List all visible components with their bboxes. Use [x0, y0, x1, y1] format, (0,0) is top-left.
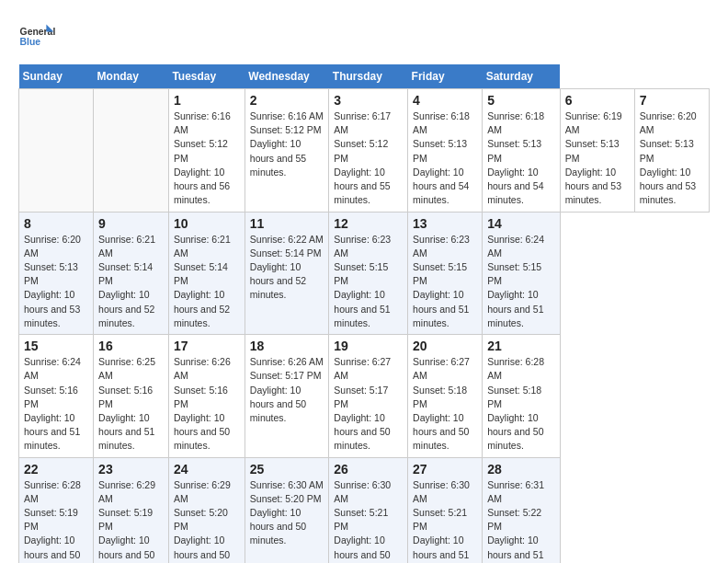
- calendar-cell: 21Sunrise: 6:28 AMSunset: 5:18 PMDayligh…: [483, 335, 561, 458]
- day-number: 21: [487, 339, 555, 353]
- day-number: 13: [413, 216, 477, 231]
- day-detail: Sunrise: 6:21 AMSunset: 5:14 PMDaylight:…: [174, 233, 240, 331]
- day-detail: Sunrise: 6:27 AMSunset: 5:17 PMDaylight:…: [334, 355, 403, 454]
- day-detail: Sunrise: 6:18 AMSunset: 5:13 PMDaylight:…: [487, 109, 555, 208]
- day-number: 1: [174, 93, 240, 108]
- calendar-week-row: 15Sunrise: 6:24 AMSunset: 5:16 PMDayligh…: [19, 335, 710, 458]
- day-detail: Sunrise: 6:16 AMSunset: 5:12 PMDaylight:…: [250, 109, 324, 179]
- calendar-cell: 23Sunrise: 6:29 AMSunset: 5:19 PMDayligh…: [94, 457, 169, 563]
- day-number: 19: [334, 339, 403, 353]
- day-detail: Sunrise: 6:28 AMSunset: 5:19 PMDaylight:…: [24, 478, 88, 563]
- day-detail: Sunrise: 6:26 AMSunset: 5:17 PMDaylight:…: [250, 355, 324, 425]
- calendar-cell: 19Sunrise: 6:27 AMSunset: 5:17 PMDayligh…: [329, 335, 408, 458]
- day-number: 27: [413, 462, 477, 477]
- calendar-cell: 18Sunrise: 6:26 AMSunset: 5:17 PMDayligh…: [245, 335, 329, 458]
- day-number: 6: [565, 93, 630, 108]
- day-number: 11: [250, 216, 324, 231]
- day-detail: Sunrise: 6:16 AMSunset: 5:12 PMDaylight:…: [174, 109, 240, 208]
- calendar-cell: 12Sunrise: 6:23 AMSunset: 5:15 PMDayligh…: [329, 212, 408, 335]
- day-detail: Sunrise: 6:23 AMSunset: 5:15 PMDaylight:…: [334, 233, 403, 331]
- day-number: 26: [334, 462, 403, 477]
- calendar-cell: 10Sunrise: 6:21 AMSunset: 5:14 PMDayligh…: [168, 212, 245, 335]
- day-detail: Sunrise: 6:29 AMSunset: 5:20 PMDaylight:…: [174, 478, 240, 563]
- calendar-cell: 28Sunrise: 6:31 AMSunset: 5:22 PMDayligh…: [483, 457, 561, 563]
- day-detail: Sunrise: 6:20 AMSunset: 5:13 PMDaylight:…: [24, 233, 88, 331]
- day-detail: Sunrise: 6:21 AMSunset: 5:14 PMDaylight:…: [98, 233, 164, 331]
- day-detail: Sunrise: 6:20 AMSunset: 5:13 PMDaylight:…: [640, 109, 704, 208]
- calendar-cell: 3Sunrise: 6:17 AMSunset: 5:12 PMDaylight…: [329, 89, 408, 213]
- day-number: 20: [413, 339, 477, 353]
- logo: General Blue: [18, 18, 55, 55]
- calendar-cell: 9Sunrise: 6:21 AMSunset: 5:14 PMDaylight…: [94, 212, 169, 335]
- day-detail: Sunrise: 6:29 AMSunset: 5:19 PMDaylight:…: [98, 478, 164, 563]
- calendar-week-row: 22Sunrise: 6:28 AMSunset: 5:19 PMDayligh…: [19, 457, 710, 563]
- day-number: 4: [413, 93, 477, 108]
- calendar-cell: 11Sunrise: 6:22 AMSunset: 5:14 PMDayligh…: [245, 212, 329, 335]
- calendar-cell: 14Sunrise: 6:24 AMSunset: 5:15 PMDayligh…: [483, 212, 561, 335]
- day-number: 2: [250, 93, 324, 108]
- calendar-cell: 16Sunrise: 6:25 AMSunset: 5:16 PMDayligh…: [94, 335, 169, 458]
- calendar-cell: 7Sunrise: 6:20 AMSunset: 5:13 PMDaylight…: [634, 89, 709, 213]
- calendar-cell: 1Sunrise: 6:16 AMSunset: 5:12 PMDaylight…: [168, 89, 245, 213]
- weekday-header: Saturday: [483, 64, 561, 89]
- calendar-week-row: 8Sunrise: 6:20 AMSunset: 5:13 PMDaylight…: [19, 212, 710, 335]
- calendar-cell: 22Sunrise: 6:28 AMSunset: 5:19 PMDayligh…: [19, 457, 94, 563]
- calendar-cell: [94, 89, 169, 213]
- day-number: 7: [640, 93, 704, 108]
- weekday-header: Sunday: [19, 64, 94, 89]
- calendar-cell: 26Sunrise: 6:30 AMSunset: 5:21 PMDayligh…: [329, 457, 408, 563]
- day-detail: Sunrise: 6:24 AMSunset: 5:15 PMDaylight:…: [487, 233, 555, 331]
- day-detail: Sunrise: 6:27 AMSunset: 5:18 PMDaylight:…: [413, 355, 477, 454]
- day-number: 14: [487, 216, 555, 231]
- day-number: 3: [334, 93, 403, 108]
- weekday-header: Friday: [408, 64, 483, 89]
- day-detail: Sunrise: 6:30 AMSunset: 5:21 PMDaylight:…: [413, 478, 477, 563]
- day-detail: Sunrise: 6:17 AMSunset: 5:12 PMDaylight:…: [334, 109, 403, 208]
- day-number: 25: [250, 462, 324, 477]
- day-detail: Sunrise: 6:26 AMSunset: 5:16 PMDaylight:…: [174, 355, 240, 454]
- day-number: 22: [24, 462, 88, 477]
- day-number: 5: [487, 93, 555, 108]
- day-number: 10: [174, 216, 240, 231]
- calendar-cell: 4Sunrise: 6:18 AMSunset: 5:13 PMDaylight…: [408, 89, 483, 213]
- day-detail: Sunrise: 6:22 AMSunset: 5:14 PMDaylight:…: [250, 233, 324, 303]
- calendar-table: SundayMondayTuesdayWednesdayThursdayFrid…: [18, 64, 710, 563]
- calendar-cell: 15Sunrise: 6:24 AMSunset: 5:16 PMDayligh…: [19, 335, 94, 458]
- calendar-cell: 24Sunrise: 6:29 AMSunset: 5:20 PMDayligh…: [168, 457, 245, 563]
- day-number: 8: [24, 216, 88, 231]
- day-number: 15: [24, 339, 88, 353]
- day-number: 17: [174, 339, 240, 353]
- day-detail: Sunrise: 6:23 AMSunset: 5:15 PMDaylight:…: [413, 233, 477, 331]
- calendar-cell: 27Sunrise: 6:30 AMSunset: 5:21 PMDayligh…: [408, 457, 483, 563]
- weekday-header: Tuesday: [168, 64, 245, 89]
- logo-icon: General Blue: [18, 18, 55, 55]
- calendar-cell: 6Sunrise: 6:19 AMSunset: 5:13 PMDaylight…: [560, 89, 634, 213]
- day-detail: Sunrise: 6:25 AMSunset: 5:16 PMDaylight:…: [98, 355, 164, 454]
- day-number: 24: [174, 462, 240, 477]
- calendar-cell: 2Sunrise: 6:16 AMSunset: 5:12 PMDaylight…: [245, 89, 329, 213]
- weekday-header: Wednesday: [245, 64, 329, 89]
- weekday-header: Monday: [94, 64, 169, 89]
- day-detail: Sunrise: 6:30 AMSunset: 5:21 PMDaylight:…: [334, 478, 403, 563]
- calendar-cell: 5Sunrise: 6:18 AMSunset: 5:13 PMDaylight…: [483, 89, 561, 213]
- calendar-cell: 8Sunrise: 6:20 AMSunset: 5:13 PMDaylight…: [19, 212, 94, 335]
- day-number: 12: [334, 216, 403, 231]
- day-number: 16: [98, 339, 164, 353]
- weekday-header: Thursday: [329, 64, 408, 89]
- calendar-cell: 17Sunrise: 6:26 AMSunset: 5:16 PMDayligh…: [168, 335, 245, 458]
- day-detail: Sunrise: 6:19 AMSunset: 5:13 PMDaylight:…: [565, 109, 630, 208]
- day-detail: Sunrise: 6:18 AMSunset: 5:13 PMDaylight:…: [413, 109, 477, 208]
- calendar-cell: 13Sunrise: 6:23 AMSunset: 5:15 PMDayligh…: [408, 212, 483, 335]
- calendar-cell: 20Sunrise: 6:27 AMSunset: 5:18 PMDayligh…: [408, 335, 483, 458]
- calendar-cell: [19, 89, 94, 213]
- header-row: SundayMondayTuesdayWednesdayThursdayFrid…: [19, 64, 710, 89]
- day-number: 18: [250, 339, 324, 353]
- day-detail: Sunrise: 6:24 AMSunset: 5:16 PMDaylight:…: [24, 355, 88, 454]
- svg-text:Blue: Blue: [20, 37, 41, 47]
- day-number: 9: [98, 216, 164, 231]
- day-detail: Sunrise: 6:30 AMSunset: 5:20 PMDaylight:…: [250, 478, 324, 548]
- day-number: 23: [98, 462, 164, 477]
- page-header: General Blue: [18, 18, 710, 55]
- day-detail: Sunrise: 6:31 AMSunset: 5:22 PMDaylight:…: [487, 478, 555, 563]
- day-detail: Sunrise: 6:28 AMSunset: 5:18 PMDaylight:…: [487, 355, 555, 454]
